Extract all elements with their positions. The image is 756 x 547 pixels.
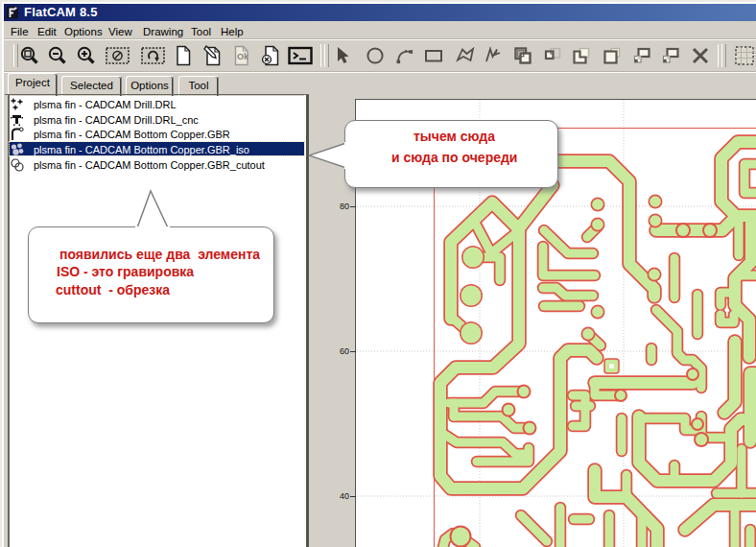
svg-text:Ok: Ok (237, 52, 249, 61)
